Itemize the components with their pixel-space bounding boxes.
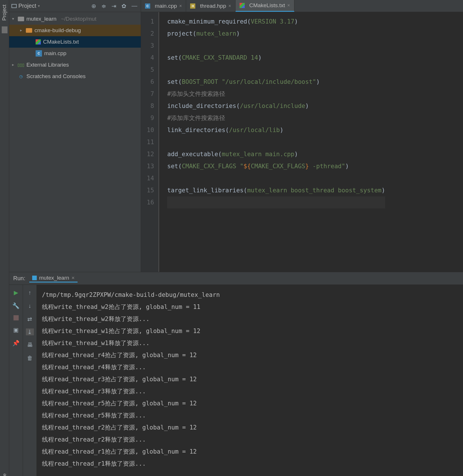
sidebar-title[interactable]: Project ▾ bbox=[11, 3, 40, 9]
structure-tool-tab[interactable]: e bbox=[0, 453, 9, 476]
console-line: 线程read_thread_r4释放了资源... bbox=[42, 361, 463, 373]
up-icon[interactable]: ↑ bbox=[26, 289, 34, 296]
line-number: 6 bbox=[147, 76, 154, 88]
pin-icon[interactable]: 📌 bbox=[12, 339, 20, 347]
run-label: Run: bbox=[13, 275, 25, 282]
tab-label: main.cpp bbox=[155, 3, 177, 9]
sidebar-title-text: Project bbox=[18, 3, 36, 9]
upper-split: Project ▾ ⊕ ≑ ⇥ ✿ — mutex_learn ~/Deskto… bbox=[9, 0, 463, 272]
tab-cmakelists[interactable]: CMakeLists.txt × bbox=[236, 0, 294, 12]
tree-root[interactable]: mutex_learn ~/Desktop/mut bbox=[9, 13, 141, 25]
trash-icon[interactable]: 🗑 bbox=[26, 354, 34, 362]
sidebar-header: Project ▾ ⊕ ≑ ⇥ ✿ — bbox=[9, 0, 141, 12]
run-panel: Run: mutex_learn × ▶ 🔧 ▣ 📌 ↑ ↓ ⇄ ⤓ 🖶 � bbox=[9, 272, 463, 476]
tree-label: External Libraries bbox=[26, 62, 69, 68]
locate-icon[interactable]: ⊕ bbox=[90, 2, 97, 10]
line-number: 4 bbox=[147, 52, 154, 64]
dropdown-icon[interactable]: ▾ bbox=[38, 4, 40, 8]
run-config-name: mutex_learn bbox=[39, 275, 69, 281]
line-number: 11 bbox=[147, 136, 154, 148]
console-line: 线程write_thread_w2抢占了资源, global_num = 11 bbox=[42, 301, 463, 313]
line-number: 10 bbox=[147, 124, 154, 136]
gear-icon[interactable]: ✿ bbox=[120, 2, 128, 10]
tree-item-maincpp[interactable]: C main.cpp bbox=[9, 48, 141, 59]
line-number: 5 bbox=[147, 64, 154, 76]
code-line[interactable]: include_directories(/usr/local/include) bbox=[167, 100, 385, 112]
code-line[interactable]: target_link_libraries(mutex_learn boost_… bbox=[167, 184, 385, 196]
project-tool-tab[interactable]: Project bbox=[1, 2, 8, 23]
tree-scratches[interactable]: ◷ Scratches and Consoles bbox=[9, 71, 141, 82]
close-icon[interactable]: × bbox=[72, 275, 75, 281]
line-number: 1 bbox=[147, 16, 154, 28]
editor-body[interactable]: 12345678910111213141516 cmake_minimum_re… bbox=[141, 12, 463, 272]
code-line[interactable]: #添加库文件搜索路径 bbox=[167, 112, 385, 124]
console-line: 线程read_thread_r1抢占了资源, global_num = 12 bbox=[42, 446, 463, 458]
code-line[interactable]: add_executable(mutex_learn main.cpp) bbox=[167, 148, 385, 160]
down-icon[interactable]: ↓ bbox=[26, 302, 34, 309]
project-icon bbox=[11, 4, 17, 8]
chevron-right-icon[interactable] bbox=[20, 28, 25, 32]
code-line[interactable] bbox=[167, 40, 385, 52]
code-line[interactable] bbox=[167, 136, 385, 148]
console-line: 线程read_thread_r1释放了资源... bbox=[42, 458, 463, 470]
console-line: 线程write_thread_w2释放了资源... bbox=[42, 313, 463, 325]
code-line[interactable] bbox=[167, 196, 385, 208]
run-config-tab[interactable]: mutex_learn × bbox=[29, 274, 78, 282]
editor-tabs: C main.cpp × H thread.hpp × CMakeLists.t… bbox=[141, 0, 463, 12]
tab-main-cpp[interactable]: C main.cpp × bbox=[141, 0, 186, 12]
tree-label: cmake-build-debug bbox=[34, 27, 81, 34]
close-icon[interactable]: × bbox=[287, 3, 290, 8]
console-line: 线程read_thread_r4抢占了资源, global_num = 12 bbox=[42, 349, 463, 361]
tab-thread-hpp[interactable]: H thread.hpp × bbox=[186, 0, 235, 12]
left-tool-strip: Project bbox=[0, 0, 9, 476]
print-icon[interactable]: 🖶 bbox=[26, 341, 34, 349]
play-icon[interactable]: ▶ bbox=[12, 289, 20, 296]
expand-icon[interactable]: ≑ bbox=[100, 2, 107, 10]
cpp-icon: C bbox=[36, 50, 42, 57]
cmake-icon bbox=[240, 3, 245, 8]
close-icon[interactable]: × bbox=[228, 3, 231, 9]
cpp-icon: C bbox=[145, 3, 150, 9]
layout-icon[interactable]: ▣ bbox=[12, 326, 20, 334]
tree-item-cmakelists[interactable]: CMakeLists.txt bbox=[9, 36, 141, 48]
folder-icon bbox=[18, 17, 24, 21]
code-content[interactable]: cmake_minimum_required(VERSION 3.17)proj… bbox=[159, 12, 385, 272]
main-column: Project ▾ ⊕ ≑ ⇥ ✿ — mutex_learn ~/Deskto… bbox=[9, 0, 463, 476]
code-line[interactable]: set(CMAKE_CXX_STANDARD 14) bbox=[167, 52, 385, 64]
code-line[interactable]: project(mutex_learn) bbox=[167, 28, 385, 40]
tree-label: CMakeLists.txt bbox=[43, 39, 79, 45]
chevron-right-icon[interactable] bbox=[12, 62, 17, 67]
file-icon[interactable] bbox=[2, 26, 7, 33]
run-tools-right: ↑ ↓ ⇄ ⤓ 🖶 🗑 bbox=[23, 285, 37, 476]
code-line[interactable] bbox=[167, 172, 385, 184]
tree-external-libs[interactable]: ▯▯▯ External Libraries bbox=[9, 59, 141, 71]
wrap-icon[interactable]: ⇄ bbox=[26, 315, 34, 323]
scroll-icon[interactable]: ⤓ bbox=[26, 328, 34, 335]
code-line[interactable]: #添加头文件搜索路径 bbox=[167, 88, 385, 100]
line-number: 2 bbox=[147, 28, 154, 40]
close-icon[interactable]: × bbox=[179, 3, 182, 9]
line-number: 16 bbox=[147, 196, 154, 208]
scratch-icon: ◷ bbox=[18, 73, 24, 80]
code-line[interactable]: set(BOOST_ROOT "/usr/local/include/boost… bbox=[167, 76, 385, 88]
console-output[interactable]: /tmp/tmp.9gqr2ZPXPW/cmake-build-debug/mu… bbox=[37, 285, 463, 476]
code-line[interactable] bbox=[167, 64, 385, 76]
chevron-down-icon[interactable] bbox=[12, 16, 17, 21]
tree-item-build[interactable]: cmake-build-debug bbox=[9, 25, 141, 36]
folder-icon bbox=[26, 28, 32, 33]
line-gutter: 12345678910111213141516 bbox=[141, 12, 159, 272]
code-line[interactable]: link_directories(/usr/local/lib) bbox=[167, 124, 385, 136]
tree-label: main.cpp bbox=[44, 50, 66, 57]
console-line: 线程write_thread_w1抢占了资源, global_num = 12 bbox=[42, 325, 463, 337]
hide-icon[interactable]: — bbox=[130, 2, 138, 10]
code-line[interactable]: set(CMAKE_CXX_FLAGS "${CMAKE_CXX_FLAGS} … bbox=[167, 160, 385, 172]
collapse-icon[interactable]: ⇥ bbox=[110, 2, 117, 10]
tab-label: thread.hpp bbox=[200, 3, 226, 9]
console-line: 线程read_thread_r5释放了资源... bbox=[42, 409, 463, 421]
stop-icon[interactable] bbox=[13, 315, 19, 320]
wrench-icon[interactable]: 🔧 bbox=[12, 302, 20, 309]
run-header: Run: mutex_learn × bbox=[9, 272, 463, 285]
line-number: 3 bbox=[147, 40, 154, 52]
code-line[interactable]: cmake_minimum_required(VERSION 3.17) bbox=[167, 16, 385, 28]
hpp-icon: H bbox=[190, 3, 195, 9]
